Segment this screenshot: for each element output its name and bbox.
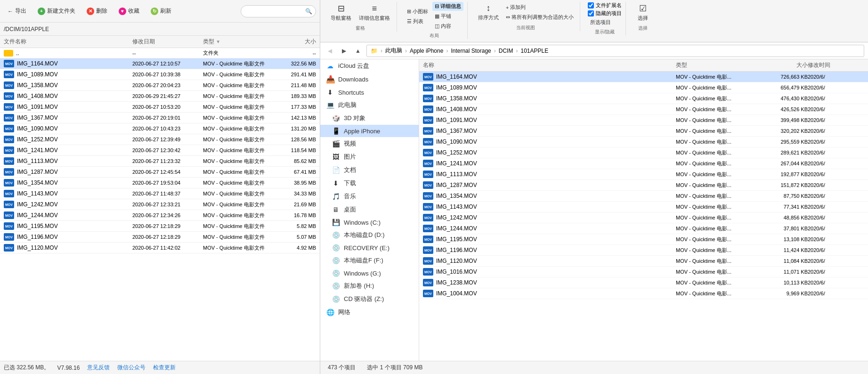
left-file-row[interactable]: MOVIMG_1091.MOV2020-06-27 10:53:20MOV - … xyxy=(0,102,320,113)
refresh-button[interactable]: ↻ 刷新 xyxy=(147,5,175,17)
left-file-row[interactable]: MOVIMG_1164.MOV2020-06-27 12:10:57MOV - … xyxy=(0,58,320,69)
bc-this-pc[interactable]: 此电脑 xyxy=(385,47,402,55)
sidebar-item-f[interactable]: 💿本地磁盘F (F:) xyxy=(320,254,419,267)
left-file-row[interactable]: MOVIMG_1090.MOV2020-06-27 10:43:23MOV - … xyxy=(0,123,320,134)
nav-back-btn[interactable]: ◀ xyxy=(324,45,335,57)
col-size[interactable]: 大小 xyxy=(278,38,316,46)
layout-content-btn[interactable]: ◫ 内容 xyxy=(432,22,463,31)
right-file-row[interactable]: MOVIMG_1244.MOVMOV - Quicktime 电影...37,8… xyxy=(419,223,868,234)
delete-button[interactable]: ✕ 删除 xyxy=(83,5,111,17)
right-file-row[interactable]: MOVIMG_1164.MOVMOV - Quicktime 电影...726,… xyxy=(419,72,868,82)
right-file-row[interactable]: MOVIMG_1195.MOVMOV - Quicktime 电影...13,1… xyxy=(419,234,868,245)
mov-file-icon: MOV xyxy=(423,236,433,243)
sidebar-item-music[interactable]: 🎵音乐 xyxy=(320,190,419,203)
right-file-row[interactable]: MOVIMG_1287.MOVMOV - Quicktime 电影...151,… xyxy=(419,180,868,191)
ribbon-detail-pane-btn[interactable]: ≡ 详细信息窗格 xyxy=(356,2,393,23)
sidebar-item-e[interactable]: 💿RECOVERY (E:) xyxy=(320,242,419,254)
bc-dcim[interactable]: DCIM xyxy=(499,48,513,54)
col-name[interactable]: 文件名称 xyxy=(4,38,132,46)
right-file-row[interactable]: MOVIMG_1016.MOVMOV - Quicktime 电影...11,0… xyxy=(419,267,868,277)
bc-apple-iphone[interactable]: Apple iPhone xyxy=(410,48,443,54)
sidebar-section-thispc[interactable]: 💻此电脑 xyxy=(320,98,419,112)
col-date[interactable]: 修改日期 xyxy=(132,38,203,46)
col-type[interactable]: 类型 ▼ xyxy=(203,38,278,46)
back-button[interactable]: ← 导出 xyxy=(4,5,30,17)
sidebar-item-shortcuts[interactable]: ⬇Shortcuts xyxy=(320,86,419,98)
hidden-items-checkbox[interactable] xyxy=(588,10,594,16)
sidebar-item-pictures[interactable]: 🖼图片 xyxy=(320,150,419,163)
search-input[interactable] xyxy=(241,5,316,17)
col-name-header[interactable]: 名称 xyxy=(423,61,676,69)
layout-detail-btn[interactable]: ⊟ 详细信息 xyxy=(432,2,463,11)
left-file-row[interactable]: MOVIMG_1113.MOV2020-06-27 11:23:32MOV - … xyxy=(0,156,320,167)
right-file-row[interactable]: MOVIMG_1408.MOVMOV - Quicktime 电影...426,… xyxy=(419,104,868,115)
left-file-row[interactable]: MOVIMG_1358.MOV2020-06-27 20:04:23MOV - … xyxy=(0,80,320,91)
left-file-row[interactable]: MOVIMG_1367.MOV2020-06-27 20:19:01MOV - … xyxy=(0,113,320,123)
nav-up-btn[interactable]: ▲ xyxy=(352,45,364,57)
sidebar-item-d[interactable]: 💿本地磁盘D (D:) xyxy=(320,228,419,242)
right-file-row[interactable]: MOVIMG_1367.MOVMOV - Quicktime 电影...320,… xyxy=(419,126,868,137)
right-file-row[interactable]: MOVIMG_1143.MOVMOV - Quicktime 电影...77,3… xyxy=(419,202,868,212)
sort-by-btn[interactable]: ↕ 排序方式 xyxy=(475,2,502,23)
sidebar-item-downloads[interactable]: 📥Downloads xyxy=(320,73,419,86)
new-folder-button[interactable]: + 新建文件夹 xyxy=(34,5,79,17)
sidebar-item-video[interactable]: 🎬视频 xyxy=(320,137,419,150)
right-file-row[interactable]: MOVIMG_1242.MOVMOV - Quicktime 电影...48,8… xyxy=(419,212,868,223)
left-file-row[interactable]: MOVIMG_1195.MOV2020-06-27 12:18:29MOV - … xyxy=(0,221,320,232)
right-file-row[interactable]: MOVIMG_1120.MOVMOV - Quicktime 电影...11,0… xyxy=(419,256,868,267)
right-file-row[interactable]: MOVIMG_1113.MOVMOV - Quicktime 电影...192,… xyxy=(419,169,868,180)
left-file-row[interactable]: MOVIMG_1354.MOV2020-06-27 19:53:04MOV - … xyxy=(0,178,320,188)
sidebar-item-z[interactable]: 💿CD 驱动器 (Z:) xyxy=(320,293,419,306)
sidebar-item-apple-iphone[interactable]: 📱Apple iPhone xyxy=(320,125,419,137)
sidebar-item-h[interactable]: 💿新加卷 (H:) xyxy=(320,279,419,293)
left-file-row[interactable]: MOVIMG_1287.MOV2020-06-27 12:45:54MOV - … xyxy=(0,167,320,178)
ribbon-nav-pane-btn[interactable]: ⊟ 导航窗格 xyxy=(328,2,354,23)
right-file-row[interactable]: MOVIMG_1238.MOVMOV - Quicktime 电影...10,1… xyxy=(419,277,868,288)
right-file-row[interactable]: MOVIMG_1004.MOVMOV - Quicktime 电影...9,96… xyxy=(419,288,868,299)
add-column-btn[interactable]: + 添加列 xyxy=(503,3,576,12)
layout-tile-btn[interactable]: ▦ 平铺 xyxy=(432,12,463,21)
right-file-row[interactable]: MOVIMG_1252.MOVMOV - Quicktime 电影...289,… xyxy=(419,147,868,158)
left-file-row[interactable]: MOVIMG_1089.MOV2020-06-27 10:39:38MOV - … xyxy=(0,69,320,80)
hide-selected-btn[interactable]: 所选项目 xyxy=(588,18,622,27)
feedback-link[interactable]: 意见反馈 xyxy=(87,364,110,372)
sidebar-section-network[interactable]: 🌐网络 xyxy=(320,306,419,319)
left-file-row[interactable]: ..--文件夹-- xyxy=(0,48,320,58)
right-file-row[interactable]: MOVIMG_1091.MOVMOV - Quicktime 电影...399,… xyxy=(419,115,868,126)
left-file-row[interactable]: MOVIMG_1120.MOV2020-06-27 11:42:02MOV - … xyxy=(0,243,320,253)
left-file-row[interactable]: MOVIMG_1244.MOV2020-06-27 12:34:26MOV - … xyxy=(0,210,320,221)
left-file-row[interactable]: MOVIMG_1241.MOV2020-06-27 12:30:42MOV - … xyxy=(0,145,320,156)
left-file-row[interactable]: MOVIMG_1242.MOV2020-06-27 12:33:21MOV - … xyxy=(0,199,320,210)
favorite-button[interactable]: ♥ 收藏 xyxy=(115,5,143,17)
bc-internal-storage[interactable]: Internal Storage xyxy=(451,48,491,54)
left-file-row[interactable]: MOVIMG_1408.MOV2020-06-29 21:45:27MOV - … xyxy=(0,91,320,102)
sidebar-item-g[interactable]: 💿Windows (G:) xyxy=(320,267,419,279)
sidebar-item-c[interactable]: 💾Windows (C:) xyxy=(320,216,419,228)
right-file-row[interactable]: MOVIMG_1241.MOVMOV - Quicktime 电影...267,… xyxy=(419,158,868,169)
nav-forward-btn[interactable]: ▶ xyxy=(338,45,349,57)
fit-columns-btn[interactable]: ⇔ 将所有列调整为合适的大小 xyxy=(503,13,576,22)
select-btn[interactable]: ☑ 选择 xyxy=(633,2,652,23)
wechat-link[interactable]: 微信公众号 xyxy=(117,364,146,372)
sidebar-item-3d[interactable]: 🎲3D 对象 xyxy=(320,112,419,125)
left-file-row[interactable]: MOVIMG_1196.MOV2020-06-27 12:18:29MOV - … xyxy=(0,232,320,243)
sidebar-item-docs[interactable]: 📄文档 xyxy=(320,163,419,177)
sidebar-item-desktop[interactable]: 🖥桌面 xyxy=(320,203,419,216)
left-file-row[interactable]: MOVIMG_1252.MOV2020-06-27 12:39:49MOV - … xyxy=(0,134,320,145)
layout-small-icon-btn[interactable]: ⊞ 小图标 xyxy=(405,7,430,16)
left-file-row[interactable]: MOVIMG_1143.MOV2020-06-27 11:48:37MOV - … xyxy=(0,188,320,199)
right-file-row[interactable]: MOVIMG_1090.MOVMOV - Quicktime 电影...295,… xyxy=(419,137,868,147)
col-size-header[interactable]: 大小 xyxy=(761,61,808,69)
col-type-header[interactable]: 类型 xyxy=(676,61,761,69)
bc-101apple[interactable]: 101APPLE xyxy=(520,48,548,54)
layout-list-btn[interactable]: ☰ 列表 xyxy=(405,17,430,26)
file-ext-checkbox[interactable] xyxy=(588,2,594,8)
right-file-row[interactable]: MOVIMG_1196.MOVMOV - Quicktime 电影...11,4… xyxy=(419,245,868,256)
col-date-header[interactable]: 修改时间 xyxy=(808,61,864,69)
check-update-link[interactable]: 检查更新 xyxy=(153,364,176,372)
sidebar-item-icloud[interactable]: ☁iCloud 云盘 xyxy=(320,59,419,73)
right-file-row[interactable]: MOVIMG_1089.MOVMOV - Quicktime 电影...656,… xyxy=(419,82,868,93)
right-file-row[interactable]: MOVIMG_1354.MOVMOV - Quicktime 电影...87,7… xyxy=(419,191,868,202)
right-file-row[interactable]: MOVIMG_1358.MOVMOV - Quicktime 电影...476,… xyxy=(419,93,868,104)
sidebar-item-dl[interactable]: ⬇下载 xyxy=(320,177,419,190)
